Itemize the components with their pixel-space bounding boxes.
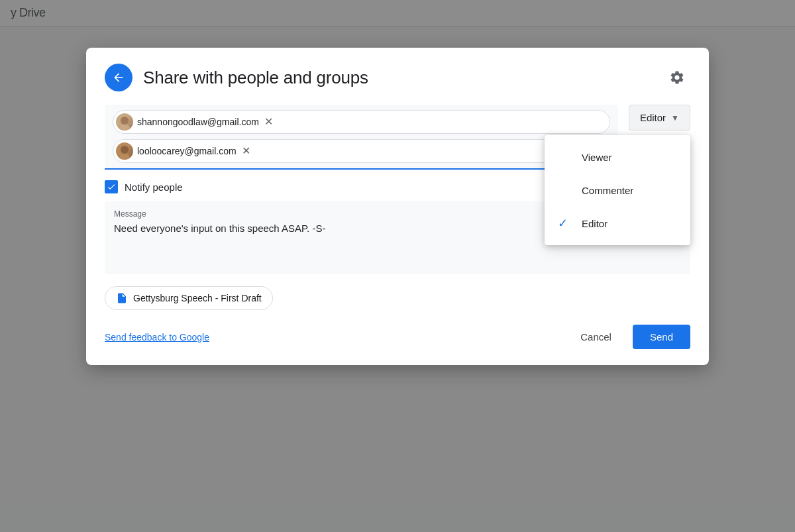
send-button[interactable]: Send [633,325,690,349]
recipient-chip-2: looloocarey@gmail.com ✕ [113,139,610,163]
recipients-input-area[interactable]: shannongoodlaw@gmail.com ✕ looloocarey@g… [105,105,618,170]
notify-label: Notify people [125,182,183,193]
avatar-1 [116,113,133,131]
settings-button[interactable] [664,64,690,91]
dialog-title: Share with people and groups [143,68,368,88]
file-tag: Gettysburg Speech - First Draft [105,286,273,310]
notify-checkbox[interactable] [105,180,118,193]
back-button[interactable] [105,64,132,91]
remove-recipient-1[interactable]: ✕ [264,117,273,127]
role-selector-container: Editor ▼ ✓ Viewer ✓ Commenter ✓ Editor [629,105,690,131]
role-current-label: Editor [640,112,666,123]
role-viewer-label: Viewer [582,152,612,163]
role-option-viewer[interactable]: ✓ Viewer [545,140,690,174]
recipient-email-2: looloocarey@gmail.com [137,146,237,156]
svg-rect-0 [119,299,125,299]
feedback-link[interactable]: Send feedback to Google [105,332,209,343]
role-dropdown-button[interactable]: Editor ▼ [629,105,690,131]
editor-check: ✓ [558,216,571,231]
role-dropdown-menu: ✓ Viewer ✓ Commenter ✓ Editor [545,135,690,245]
dialog-footer: Send feedback to Google Cancel Send [105,325,690,349]
share-dialog: Share with people and groups shannongood… [86,48,709,365]
role-option-editor[interactable]: ✓ Editor [545,207,690,240]
recipients-role-row: shannongoodlaw@gmail.com ✕ looloocarey@g… [105,105,690,170]
footer-actions: Cancel Send [567,325,690,349]
remove-recipient-2[interactable]: ✕ [242,146,250,156]
gear-icon [669,70,685,85]
checkmark-icon [107,182,116,191]
cancel-button[interactable]: Cancel [567,325,625,349]
role-option-commenter[interactable]: ✓ Commenter [545,174,690,207]
back-arrow-icon [112,71,125,84]
chevron-down-icon: ▼ [671,113,679,123]
file-doc-icon [116,292,128,304]
role-commenter-label: Commenter [582,185,633,196]
file-name: Gettysburg Speech - First Draft [133,293,262,303]
recipient-chip-1: shannongoodlaw@gmail.com ✕ [113,110,610,134]
svg-rect-1 [119,300,123,301]
dialog-header-left: Share with people and groups [105,64,368,91]
role-editor-label: Editor [582,218,608,229]
dialog-header: Share with people and groups [105,64,690,91]
recipient-email-1: shannongoodlaw@gmail.com [137,117,259,127]
avatar-2 [116,142,133,160]
